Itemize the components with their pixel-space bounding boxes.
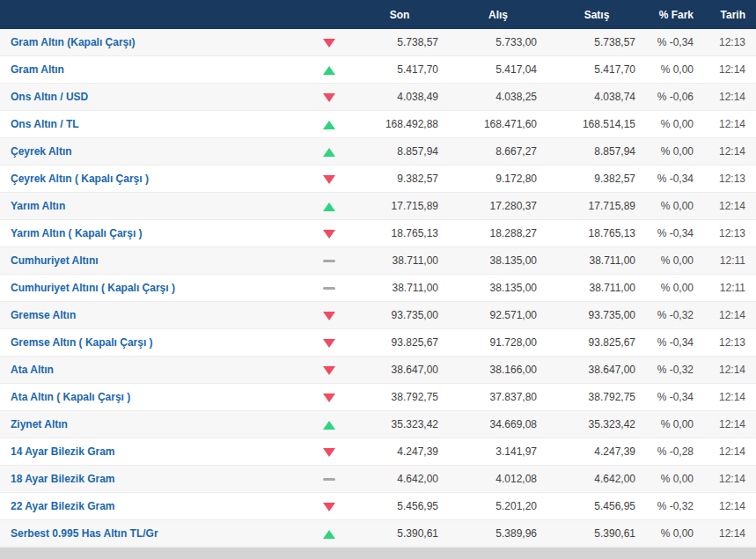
alis-value: 8.667,27 (449, 138, 547, 165)
fark-value: % -0,34 (646, 29, 704, 56)
fark-value: % -0,32 (646, 302, 704, 329)
instrument-name-link[interactable]: 14 Ayar Bilezik Gram (0, 438, 308, 466)
tarih-value: 12:14 (704, 493, 756, 520)
alis-value: 3.141,97 (449, 438, 547, 466)
down-arrow-icon (323, 394, 335, 402)
alis-value: 4.038,25 (449, 84, 547, 111)
alis-value: 18.288,27 (449, 220, 547, 247)
fark-value: % -0,28 (646, 438, 704, 466)
table-row: Ziynet Altın 35.323,42 34.669,08 35.323,… (0, 411, 756, 438)
instrument-name-link[interactable]: Çeyrek Altın (0, 138, 308, 165)
column-header-fark: % Fark (646, 0, 704, 29)
column-header-satis: Satış (547, 0, 646, 29)
direction-cell (308, 493, 350, 520)
satis-value: 93.825,67 (547, 329, 646, 357)
son-value: 93.825,67 (350, 329, 449, 357)
up-arrow-icon (323, 66, 335, 75)
alis-value: 38.166,00 (449, 357, 547, 384)
instrument-name-link[interactable]: Ata Altın (0, 357, 308, 384)
fark-value: % -0,34 (646, 220, 704, 247)
down-arrow-icon (323, 312, 335, 320)
fark-value: % 0,00 (646, 56, 704, 84)
fark-value: % 0,00 (646, 520, 704, 548)
up-arrow-icon (323, 202, 335, 211)
alis-value: 92.571,00 (449, 302, 547, 329)
fark-value: % -0,34 (646, 165, 704, 193)
tarih-value: 12:13 (704, 165, 756, 193)
tarih-value: 12:14 (704, 384, 756, 411)
table-row: Ata Altın ( Kapalı Çarşı ) 38.792,75 37.… (0, 384, 756, 411)
table-row: Çeyrek Altın ( Kapalı Çarşı ) 9.382,57 9… (0, 165, 756, 193)
son-value: 17.715,89 (350, 193, 449, 220)
alis-value: 9.172,80 (449, 165, 547, 193)
son-value: 38.792,75 (350, 384, 449, 411)
alis-value: 4.012,08 (449, 466, 547, 493)
instrument-name-link[interactable]: Cumhuriyet Altını ( Kapalı Çarşı ) (0, 275, 308, 302)
tarih-value: 12:11 (704, 275, 756, 302)
table-row: Cumhuriyet Altını ( Kapalı Çarşı ) 38.71… (0, 275, 756, 302)
satis-value: 35.323,42 (547, 411, 646, 438)
alis-value: 17.280,37 (449, 193, 547, 220)
instrument-name-link[interactable]: Gremse Altın ( Kapalı Çarşı ) (0, 329, 308, 357)
down-arrow-icon (323, 448, 335, 457)
satis-value: 38.711,00 (547, 275, 646, 302)
instrument-name-link[interactable]: Gram Altın (Kapalı Çarşı) (0, 29, 308, 56)
direction-cell (308, 384, 350, 411)
table-row: Serbest 0.995 Has Altın TL/Gr 5.390,61 5… (0, 520, 756, 548)
instrument-name-link[interactable]: Yarım Altın (0, 193, 308, 220)
direction-cell (308, 302, 350, 329)
tarih-value: 12:13 (704, 329, 756, 357)
satis-value: 4.038,74 (547, 84, 646, 111)
son-value: 18.765,13 (350, 220, 449, 247)
instrument-name-link[interactable]: Ata Altın ( Kapalı Çarşı ) (0, 384, 308, 411)
direction-cell (308, 193, 350, 220)
son-value: 4.038,49 (350, 84, 449, 111)
direction-cell (308, 247, 350, 275)
tarih-value: 12:14 (704, 411, 756, 438)
direction-cell (308, 138, 350, 165)
instrument-name-link[interactable]: 22 Ayar Bilezik Gram (0, 493, 308, 520)
satis-value: 5.417,70 (547, 56, 646, 84)
instrument-name-link[interactable]: Ons Altın / TL (0, 111, 308, 138)
direction-cell (308, 411, 350, 438)
direction-cell (308, 329, 350, 357)
table-row: Ons Altın / TL 168.492,88 168.471,60 168… (0, 111, 756, 138)
fark-value: % 0,00 (646, 466, 704, 493)
down-arrow-icon (323, 503, 335, 511)
column-header-son: Son (350, 0, 449, 29)
instrument-name-link[interactable]: Gram Altın (0, 56, 308, 84)
instrument-name-link[interactable]: Gremse Altın (0, 302, 308, 329)
son-value: 5.738,57 (350, 29, 449, 56)
satis-value: 4.247,39 (547, 438, 646, 466)
table-row: Çeyrek Altın 8.857,94 8.667,27 8.857,94 … (0, 138, 756, 165)
fark-value: % 0,00 (646, 411, 704, 438)
instrument-name-link[interactable]: Ons Altın / USD (0, 84, 308, 111)
satis-value: 38.647,00 (547, 357, 646, 384)
direction-cell (308, 29, 350, 56)
table-row: Cumhuriyet Altını 38.711,00 38.135,00 38… (0, 247, 756, 275)
direction-cell (308, 438, 350, 466)
satis-value: 5.456,95 (547, 493, 646, 520)
table-row: Ons Altın / USD 4.038,49 4.038,25 4.038,… (0, 84, 756, 111)
instrument-name-link[interactable]: Ziynet Altın (0, 411, 308, 438)
table-row: Gram Altın 5.417,70 5.417,04 5.417,70 % … (0, 56, 756, 84)
son-value: 5.456,95 (350, 493, 449, 520)
table-row: 22 Ayar Bilezik Gram 5.456,95 5.201,20 5… (0, 493, 756, 520)
instrument-name-link[interactable]: Serbest 0.995 Has Altın TL/Gr (0, 520, 308, 548)
fark-value: % 0,00 (646, 275, 704, 302)
son-value: 5.390,61 (350, 520, 449, 548)
tarih-value: 12:13 (704, 29, 756, 56)
instrument-name-link[interactable]: Çeyrek Altın ( Kapalı Çarşı ) (0, 165, 308, 193)
son-value: 38.711,00 (350, 247, 449, 275)
alis-value: 168.471,60 (449, 111, 547, 138)
alis-value: 38.135,00 (449, 247, 547, 275)
table-row: 14 Ayar Bilezik Gram 4.247,39 3.141,97 4… (0, 438, 756, 466)
instrument-name-link[interactable]: Yarım Altın ( Kapalı Çarşı ) (0, 220, 308, 247)
direction-cell (308, 357, 350, 384)
satis-value: 93.735,00 (547, 302, 646, 329)
instrument-name-link[interactable]: 18 Ayar Bilezik Gram (0, 466, 308, 493)
instrument-name-link[interactable]: Cumhuriyet Altını (0, 247, 308, 275)
table-row: Ata Altın 38.647,00 38.166,00 38.647,00 … (0, 357, 756, 384)
son-value: 4.642,00 (350, 466, 449, 493)
table-row: Gremse Altın ( Kapalı Çarşı ) 93.825,67 … (0, 329, 756, 357)
